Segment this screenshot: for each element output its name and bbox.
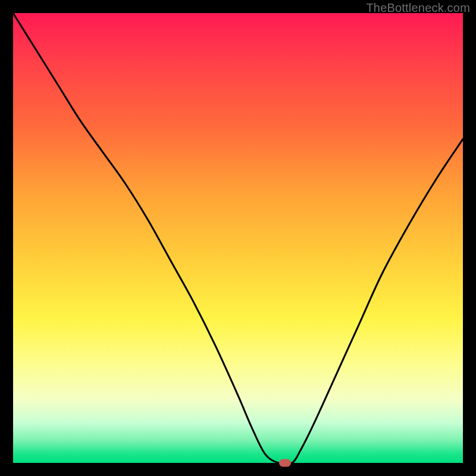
bottleneck-curve xyxy=(13,13,463,463)
optimal-point-marker xyxy=(279,459,291,467)
chart-frame: TheBottleneck.com xyxy=(0,0,476,476)
plot-area xyxy=(13,13,463,463)
